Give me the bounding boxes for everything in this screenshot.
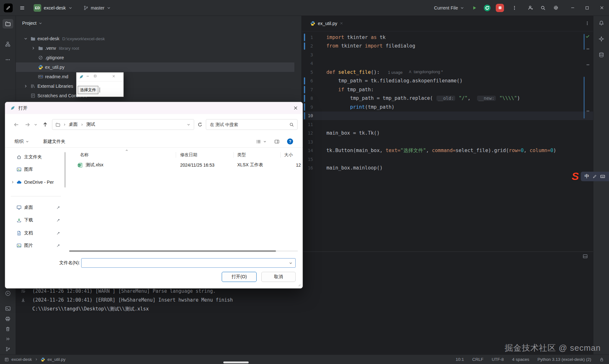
code-line-12[interactable]: 12main_box = tk.Tk() <box>301 129 593 138</box>
code-line-4[interactable]: 4 <box>301 59 593 68</box>
file-encoding[interactable]: UTF-8 <box>492 357 504 362</box>
column-divider[interactable] <box>233 152 234 158</box>
tree-item-ex-util-py[interactable]: ex_util.py <box>16 62 294 72</box>
file-row-test-xlsx[interactable]: 测试.xlsx 2024/11/25 16:53 XLSX 工作表 12 KB <box>69 160 302 170</box>
resize-grip[interactable] <box>297 283 301 287</box>
forward-icon[interactable] <box>24 122 30 128</box>
organize-button[interactable]: 组织 <box>15 139 29 144</box>
sidebar-item-desktop[interactable]: 桌面 <box>8 202 63 213</box>
project-tool-button[interactable] <box>3 19 13 29</box>
git-branch-widget[interactable]: master <box>83 5 111 10</box>
tree-item-external-libraries[interactable]: External Libraries <box>16 81 294 91</box>
sidebar-item-downloads[interactable]: 下载 <box>8 214 63 226</box>
code-line-3[interactable]: 3 <box>301 50 593 59</box>
sidebar-item-gallery[interactable]: 图库 <box>8 164 63 175</box>
run-tool-button[interactable] <box>3 289 13 298</box>
ime-toolbar[interactable]: S 中 <box>572 170 609 182</box>
database-button[interactable] <box>596 50 607 60</box>
column-header-name[interactable]: 名称 <box>80 151 88 159</box>
main-menu-button[interactable] <box>17 3 27 13</box>
tree-item-readme-md[interactable]: readme.md <box>16 72 294 81</box>
column-header-size[interactable]: 大小 <box>284 151 293 159</box>
tree-item-gitignore[interactable]: .gitignore <box>16 53 294 62</box>
refresh-icon[interactable] <box>197 122 203 127</box>
horizontal-scrollbar[interactable] <box>69 250 298 252</box>
python-interpreter[interactable]: Python 3.13 (excel-desk) (2) <box>537 357 591 362</box>
structure-tool-button[interactable] <box>3 39 13 49</box>
open-button[interactable]: 打开(O) <box>222 272 257 282</box>
sidebar-item-documents[interactable]: 文档 <box>8 227 63 239</box>
ime-language[interactable]: 中 <box>585 173 589 179</box>
code-line-5[interactable]: 5def select_file():1 usagetangdongdong * <box>301 68 593 77</box>
open-file-dialog[interactable]: 打开 桌面 测试 组织 <box>5 102 303 289</box>
code-line-13[interactable]: 13 <box>301 137 593 146</box>
line-separator[interactable]: CRLF <box>472 357 483 362</box>
help-button[interactable]: ? <box>287 138 293 144</box>
code-line-16[interactable]: 16main_box.mainloop() <box>301 164 593 173</box>
author-inlay[interactable]: tangdongdong * <box>408 69 443 74</box>
search-input[interactable] <box>209 122 289 127</box>
address-breadcrumb[interactable]: 桌面 测试 <box>52 119 194 130</box>
pen-icon[interactable] <box>593 174 597 179</box>
code-area[interactable]: 1import tkinter as tk 2from tkinter impo… <box>301 31 593 252</box>
settings-button[interactable] <box>551 3 561 13</box>
window-minimize-button[interactable] <box>565 0 580 16</box>
rerun-button[interactable] <box>482 3 492 13</box>
preview-pane-button[interactable] <box>274 139 279 144</box>
sidebar-item-home[interactable]: 主文件夹 <box>8 151 63 163</box>
project-widget[interactable]: ED excel-desk <box>34 4 73 12</box>
window-close-button[interactable] <box>594 0 609 16</box>
code-line-14[interactable]: 14tk.Button(main_box, text="选择文件", comma… <box>301 146 593 155</box>
dialog-title-bar[interactable]: 打开 <box>5 102 303 114</box>
more-tool-windows-button[interactable] <box>3 55 13 64</box>
breadcrumb-desktop[interactable]: 桌面 <box>69 122 78 127</box>
ai-assistant-button[interactable] <box>596 34 607 44</box>
code-line-9[interactable]: 9 print(tmp_path) <box>301 103 593 112</box>
sidebar-item-pictures[interactable]: 图片 <box>8 240 63 251</box>
cancel-button[interactable]: 取消 <box>261 272 296 282</box>
combo-chevron-icon[interactable] <box>289 261 293 265</box>
search-everywhere-button[interactable] <box>538 3 548 13</box>
tab-options-icon[interactable] <box>585 21 590 26</box>
ime-pill[interactable]: 中 <box>581 172 609 181</box>
usages-inlay[interactable]: 1 usage <box>388 70 403 75</box>
select-file-button[interactable]: 选择文件 <box>78 86 98 94</box>
inspections-ok-icon[interactable] <box>585 34 590 39</box>
back-icon[interactable] <box>13 122 19 128</box>
sidebar-item-onedrive[interactable]: OneDrive - Per <box>8 176 63 188</box>
code-line-7[interactable]: 7 if tmp_path: <box>301 85 593 94</box>
close-icon[interactable] <box>112 74 115 78</box>
code-line-15[interactable]: 15 <box>301 155 593 164</box>
chevron-down-icon[interactable] <box>187 123 191 127</box>
window-maximize-button[interactable] <box>580 0 594 16</box>
console-output[interactable]: (2024-11-26 12:00:41) [WARN ] [ShareMenu… <box>32 287 233 313</box>
delete-tool-button[interactable] <box>3 324 13 334</box>
code-line-2[interactable]: 2from tkinter import filedialog <box>301 42 593 51</box>
view-mode-button[interactable] <box>256 139 267 144</box>
run-button[interactable] <box>469 3 480 13</box>
column-header-type[interactable]: 类型 <box>237 151 246 159</box>
tab-ex-util-py[interactable]: ex_util.py <box>310 16 343 31</box>
caret-position[interactable]: 10:1 <box>456 357 464 362</box>
column-header-modified[interactable]: 修改日期 <box>180 151 197 159</box>
scrollbar-thumb[interactable] <box>69 250 276 252</box>
filename-input[interactable] <box>84 260 286 266</box>
more-actions-button[interactable] <box>509 3 520 13</box>
column-divider[interactable] <box>280 152 281 158</box>
run-configuration-selector[interactable]: Current File <box>434 5 464 10</box>
breadcrumb-test[interactable]: 测试 <box>86 122 95 127</box>
maximize-icon[interactable] <box>94 74 97 78</box>
vcs-tool-button[interactable] <box>3 344 13 354</box>
breadcrumb-file[interactable]: ex_util.py <box>48 357 66 362</box>
code-line-8[interactable]: 8 tmp_path = tmp_path.replace( __old: "/… <box>301 94 593 103</box>
lock-icon[interactable] <box>599 357 604 362</box>
notifications-button[interactable] <box>596 18 607 28</box>
layout-icon[interactable] <box>583 254 588 259</box>
dialog-close-icon[interactable] <box>293 105 298 111</box>
tree-item-venv[interactable]: .venv library root <box>16 43 294 53</box>
tkinter-window[interactable]: 选择文件 <box>76 72 124 97</box>
more-tools-button[interactable] <box>3 334 13 344</box>
project-panel-header[interactable]: Project <box>16 16 301 26</box>
tree-item-scratches[interactable]: Scratches and Consoles <box>16 91 294 100</box>
code-line-11[interactable]: 11 <box>301 120 593 129</box>
